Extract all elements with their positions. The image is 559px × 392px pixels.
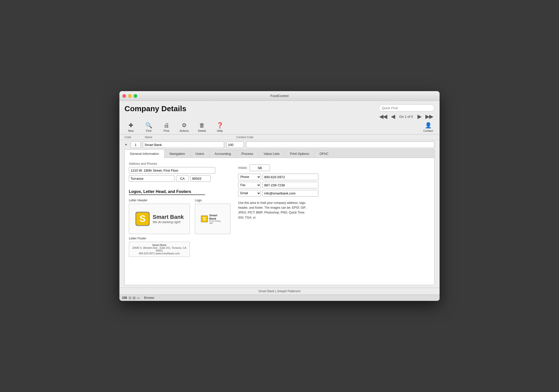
record-row: ▼ — [119, 140, 440, 150]
status-bar: Smart Bank | Joseph Patterson — [119, 288, 440, 295]
tab-accounting[interactable]: Accounting — [209, 150, 236, 158]
bank-name-tagline: Smart Bank We do banking right! — [153, 214, 184, 224]
record-contact-name-field[interactable] — [246, 141, 434, 148]
tab-value-lists[interactable]: Value Lists — [259, 150, 285, 158]
maximize-button[interactable] — [134, 94, 137, 98]
info-layout: Address and Phones Logos, Letter Head, a… — [129, 162, 430, 257]
bank-tagline-large: We do banking right! — [153, 220, 184, 224]
first-record-button[interactable]: ◀◀ — [378, 113, 389, 120]
tabs-row: General Information Navigation Users Acc… — [125, 150, 434, 158]
contact-icon: 👤 — [425, 122, 432, 129]
delete-label: Delete — [198, 129, 206, 132]
print-button[interactable]: 🖨 Print — [160, 122, 173, 132]
help-label: Help — [217, 129, 223, 132]
initials-field[interactable] — [250, 165, 270, 171]
bottom-icons: ⊟ ⊞ ▭ — [129, 296, 140, 300]
minimize-button[interactable] — [128, 94, 132, 98]
letter-header-label: Letter Header — [129, 199, 190, 202]
nav-controls: ◀◀ ◀ On 1 of 5 ▶ ▶▶ — [378, 113, 434, 120]
print-icon: 🖨 — [164, 122, 169, 129]
record-name-field[interactable] — [143, 141, 224, 148]
new-icon: ✚ — [129, 122, 133, 129]
close-button[interactable] — [122, 94, 126, 98]
sb-icon-small: S — [201, 215, 208, 223]
contact-info-section: Initials: Phone Fax Email — [238, 162, 430, 257]
tab-users[interactable]: Users — [190, 150, 209, 158]
info-text: Use this area to hold your company addre… — [238, 201, 309, 220]
contact-type-phone[interactable]: Phone Fax Email — [238, 174, 261, 180]
print-label: Print — [164, 129, 169, 132]
quick-find-container: ◀◀ ◀ On 1 of 5 ▶ ▶▶ — [378, 104, 434, 120]
sb-icon-large: S — [135, 211, 150, 226]
address-section: Address and Phones Logos, Letter Head, a… — [129, 162, 230, 257]
bottom-bar: 100 ⊟ ⊞ ▭ Browse — [119, 295, 440, 301]
new-label: New — [128, 129, 134, 132]
columns-header: Code Name Contact Code — [119, 135, 440, 140]
contact-section: Initials: Phone Fax Email — [238, 165, 430, 197]
footer-address: 20695 S. Western Ave., Suite 241, Torran… — [130, 247, 189, 252]
record-position: On 1 of 5 — [397, 115, 415, 119]
window-title: FundControl — [270, 94, 289, 98]
contact-value-email[interactable] — [262, 190, 318, 197]
initials-label: Initials: — [238, 166, 247, 170]
bank-logo-large: S Smart Bank We do banking right! — [132, 209, 186, 229]
last-record-button[interactable]: ▶▶ — [424, 113, 434, 120]
grid-icon: ⊞ — [133, 296, 136, 300]
address1-field[interactable] — [129, 167, 215, 174]
footer-content: Smart Bank 20695 S. Western Ave., Suite … — [129, 243, 190, 256]
minus-icon: ⊟ — [129, 296, 132, 300]
find-icon: 🔍 — [145, 122, 152, 129]
tab-print-options[interactable]: Print Options — [285, 150, 314, 158]
contact-type-email[interactable]: Email Phone Fax — [238, 190, 261, 197]
letter-footer-box[interactable]: Smart Bank 20695 S. Western Ave., Suite … — [129, 242, 190, 257]
bank-logo-small: S Smart Bank We do banking right! — [199, 213, 226, 225]
header-area: Company Details ◀◀ ◀ On 1 of 5 ▶ ▶▶ — [119, 101, 440, 120]
state-field[interactable] — [176, 175, 189, 182]
delete-button[interactable]: 🗑 Delete — [196, 122, 208, 132]
traffic-lights[interactable] — [122, 94, 137, 98]
find-label: Find — [146, 129, 151, 132]
tab-process[interactable]: Process — [236, 150, 259, 158]
new-button[interactable]: ✚ New — [125, 122, 137, 132]
next-record-button[interactable]: ▶ — [416, 113, 423, 120]
city-state-row — [129, 175, 230, 182]
logo-name-tagline: Smart Bank We do banking right! — [209, 214, 225, 224]
contact-label: Contact — [423, 129, 433, 132]
sort-triangle-icon: ▼ — [125, 143, 128, 146]
tab-ofac[interactable]: OFAC — [314, 150, 334, 158]
delete-icon: 🗑 — [199, 122, 205, 129]
letter-header-area: Letter Header S — [129, 199, 190, 257]
bottom-code: 100 — [122, 296, 127, 300]
contact-value-fax[interactable] — [262, 182, 318, 188]
actions-icon: ⚙ — [182, 122, 187, 129]
record-contact-code-field[interactable] — [226, 141, 244, 148]
record-code-field[interactable] — [131, 141, 141, 148]
browse-label: Browse — [144, 296, 154, 300]
col-header-contact: Contact Code — [236, 136, 313, 139]
contact-value-phone[interactable] — [262, 174, 318, 180]
bank-name-large: Smart Bank — [153, 214, 184, 220]
quick-find-input[interactable] — [379, 104, 434, 111]
svg-text:S: S — [139, 214, 146, 224]
letter-header-box[interactable]: S Smart Bank We do banking right! — [129, 204, 190, 234]
city-field[interactable] — [129, 175, 175, 182]
contact-row-email: Email Phone Fax — [238, 190, 430, 197]
letter-footer-area: Letter Footer Smart Bank 20695 S. Wester… — [129, 237, 190, 257]
status-text: Smart Bank | Joseph Patterson — [258, 289, 301, 293]
actions-button[interactable]: ⚙ Actions — [178, 122, 191, 132]
letter-footer-label: Letter Footer — [129, 237, 190, 240]
help-button[interactable]: ❓ Help — [213, 122, 226, 132]
prev-record-button[interactable]: ◀ — [390, 113, 396, 120]
main-panel: General Information Navigation Users Acc… — [125, 150, 434, 285]
footer-phone: 800-625-5972 www.eclsoftware.com — [130, 252, 189, 255]
logos-divider — [129, 194, 205, 195]
contact-button[interactable]: 👤 Contact — [422, 122, 434, 132]
address-section-label: Address and Phones — [129, 162, 230, 166]
tab-navigation[interactable]: Navigation — [164, 150, 190, 158]
tab-general-information[interactable]: General Information — [125, 150, 164, 158]
contact-type-fax[interactable]: Fax Phone Email — [238, 182, 261, 188]
bank-name-small: Smart Bank — [209, 214, 225, 220]
find-button[interactable]: 🔍 Find — [142, 122, 155, 132]
zip-field[interactable] — [190, 175, 211, 182]
logo-box[interactable]: S Smart Bank We do banking right! — [195, 204, 230, 234]
